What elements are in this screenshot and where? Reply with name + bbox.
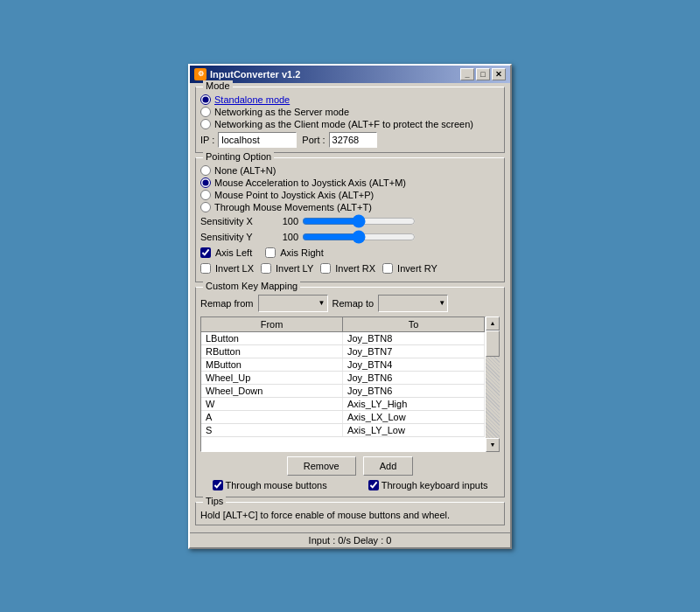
add-button[interactable]: Add <box>363 456 414 476</box>
checks-row: Through mouse buttons Through keyboard i… <box>200 480 500 490</box>
sens-y-label: Sensitivity Y <box>200 232 270 242</box>
mode-group: Mode Standalone mode Networking as the S… <box>195 87 505 153</box>
invert-ly-checkbox[interactable] <box>261 263 271 274</box>
ip-input[interactable] <box>218 132 297 148</box>
remap-to-dropdown[interactable]: ▼ <box>378 295 448 312</box>
invert-lx-checkbox[interactable] <box>200 263 211 274</box>
pointing-move-radio[interactable] <box>200 202 211 212</box>
header-from: From <box>201 317 343 331</box>
table-cell-to: Joy_BTN4 <box>343 358 485 371</box>
pointing-accel-label: Mouse Acceleration to Joystick Axis (ALT… <box>214 177 406 188</box>
table-cell-to: Axis_LX_Low <box>343 411 485 423</box>
sens-y-slider[interactable] <box>302 230 416 244</box>
scrollbar[interactable]: ▲ ▼ <box>486 316 500 452</box>
sens-y-value: 100 <box>274 232 298 242</box>
invert-ry-checkbox[interactable] <box>382 263 393 274</box>
pointing-none-row: None (ALT+N) <box>200 165 500 176</box>
pointing-move-label: Through Mouse Movements (ALT+T) <box>214 202 372 212</box>
mode-standalone-label[interactable]: Standalone mode <box>214 94 290 105</box>
pointing-group: Pointing Option None (ALT+N) Mouse Accel… <box>195 157 505 282</box>
scroll-thumb[interactable] <box>486 330 500 357</box>
mode-content: Standalone mode Networking as the Server… <box>200 94 500 148</box>
table-cell-from: Wheel_Up <box>201 372 343 384</box>
sensitivity-y-row: Sensitivity Y 100 <box>200 230 500 244</box>
table-cell-to: Joy_BTN6 <box>343 372 485 384</box>
table-row[interactable]: RButton Joy_BTN7 <box>201 345 485 358</box>
titlebar: ⚙ InputConverter v1.2 _ □ ✕ <box>190 66 510 83</box>
invert-rx-checkbox[interactable] <box>320 263 331 274</box>
pointing-none-radio[interactable] <box>200 165 211 176</box>
pointing-content: None (ALT+N) Mouse Acceleration to Joyst… <box>200 165 500 275</box>
sens-x-value: 100 <box>274 216 298 226</box>
close-button[interactable]: ✕ <box>492 68 506 80</box>
through-keyboard-label: Through keyboard inputs <box>382 480 488 490</box>
invert-row: Invert LX Invert LY Invert RX Invert RY <box>200 261 500 275</box>
remap-from-dropdown[interactable]: ▼ <box>258 295 328 312</box>
sens-x-label: Sensitivity X <box>200 216 270 226</box>
sens-x-slider[interactable] <box>302 214 416 228</box>
remap-from-label: Remap from <box>200 298 254 309</box>
table-inner: From To LButton Joy_BTN8 RButton Joy_BTN… <box>200 316 486 452</box>
custom-key-label: Custom Key Mapping <box>203 281 300 291</box>
mode-standalone-row: Standalone mode <box>200 94 500 105</box>
mode-standalone-radio[interactable] <box>200 94 211 105</box>
tips-content: Hold [ALT+C] to force enable of mouse bu… <box>200 510 500 520</box>
mode-server-radio[interactable] <box>200 107 211 117</box>
titlebar-buttons: _ □ ✕ <box>460 68 506 80</box>
table-cell-to: Axis_LY_High <box>343 398 485 410</box>
minimize-button[interactable]: _ <box>460 68 474 80</box>
table-cell-from: MButton <box>201 358 343 371</box>
remove-button[interactable]: Remove <box>287 456 356 476</box>
invert-ry-label: Invert RY <box>397 263 438 274</box>
mode-client-radio[interactable] <box>200 119 211 129</box>
table-cell-to: Joy_BTN8 <box>343 332 485 344</box>
status-text: Input : 0/s Delay : 0 <box>309 535 392 546</box>
port-input[interactable] <box>329 132 377 148</box>
window-title: InputConverter v1.2 <box>210 69 300 80</box>
remap-to-arrow: ▼ <box>438 299 445 307</box>
scroll-track <box>486 330 500 438</box>
invert-rx-row: Invert RX <box>320 263 375 274</box>
through-mouse-checkbox[interactable] <box>213 480 223 490</box>
remap-row: Remap from ▼ Remap to ▼ <box>200 295 500 312</box>
mode-client-label: Networking as the Client mode (ALT+F to … <box>214 119 473 129</box>
maximize-button[interactable]: □ <box>476 68 490 80</box>
status-bar: Input : 0/s Delay : 0 <box>190 532 510 547</box>
table-cell-to: Axis_LY_Low <box>343 424 485 436</box>
through-keyboard-checkbox[interactable] <box>368 480 379 490</box>
axis-left-checkbox[interactable] <box>200 247 211 258</box>
custom-key-content: Remap from ▼ Remap to ▼ <box>200 295 500 490</box>
table-cell-to: Joy_BTN6 <box>343 385 485 397</box>
axis-row: Axis Left Axis Right <box>200 246 500 260</box>
ip-row: IP : Port : <box>200 132 500 148</box>
pointing-move-row: Through Mouse Movements (ALT+T) <box>200 202 500 212</box>
table-row[interactable]: MButton Joy_BTN4 <box>201 358 485 372</box>
mode-client-row: Networking as the Client mode (ALT+F to … <box>200 119 500 129</box>
mode-server-label: Networking as the Server mode <box>214 107 349 117</box>
pointing-point-row: Mouse Point to Joystick Axis (ALT+P) <box>200 190 500 200</box>
table-cell-from: Wheel_Down <box>201 385 343 397</box>
table-header: From To <box>201 317 485 332</box>
table-cell-from: LButton <box>201 332 343 344</box>
axis-right-checkbox[interactable] <box>265 247 276 258</box>
table-row[interactable]: W Axis_LY_High <box>201 398 485 411</box>
table-row[interactable]: Wheel_Down Joy_BTN6 <box>201 385 485 398</box>
axis-left-check-row: Axis Left <box>200 247 252 258</box>
remap-from-arrow: ▼ <box>318 299 326 307</box>
table-row[interactable]: S Axis_LY_Low <box>201 424 485 437</box>
remap-to-label: Remap to <box>332 298 374 309</box>
main-window: ⚙ InputConverter v1.2 _ □ ✕ Mode Standal… <box>188 64 512 549</box>
pointing-accel-radio[interactable] <box>200 177 211 188</box>
table-row[interactable]: Wheel_Up Joy_BTN6 <box>201 372 485 385</box>
table-row[interactable]: A Axis_LX_Low <box>201 411 485 424</box>
table-row[interactable]: LButton Joy_BTN8 <box>201 332 485 345</box>
scroll-down-button[interactable]: ▼ <box>486 438 500 452</box>
table-cell-from: RButton <box>201 345 343 358</box>
invert-ly-row: Invert LY <box>261 263 313 274</box>
app-icon: ⚙ <box>194 68 206 80</box>
table-cell-to: Joy_BTN7 <box>343 345 485 358</box>
scroll-up-button[interactable]: ▲ <box>486 316 500 330</box>
pointing-point-radio[interactable] <box>200 190 211 200</box>
through-keyboard-row: Through keyboard inputs <box>368 480 488 490</box>
table-cell-from: W <box>201 398 343 410</box>
